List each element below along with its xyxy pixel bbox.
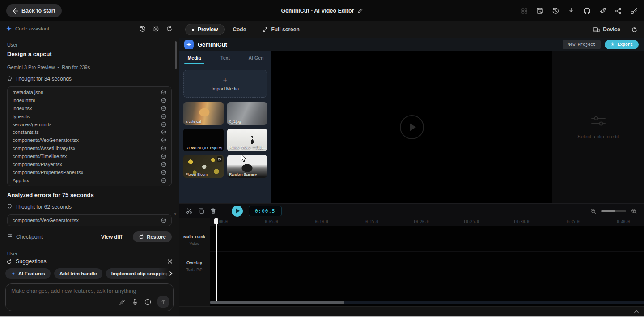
file-row[interactable]: index.html bbox=[8, 96, 171, 104]
file-row[interactable]: services/gemini.ts bbox=[8, 120, 171, 129]
assistant-header: Code assistant bbox=[0, 21, 179, 36]
export-button[interactable]: Export bbox=[605, 40, 639, 49]
media-item[interactable]: 0_1.jpg bbox=[227, 102, 267, 125]
save-icon[interactable] bbox=[536, 7, 543, 14]
suggestion-chip[interactable]: AI Features bbox=[5, 268, 51, 279]
checkpoint-label: Checkpoint bbox=[16, 234, 43, 240]
fullscreen-button[interactable]: Full screen bbox=[263, 26, 299, 33]
history-icon[interactable] bbox=[552, 7, 559, 14]
file-row[interactable]: metadata.json bbox=[8, 88, 171, 96]
check-circle-icon bbox=[161, 146, 166, 151]
duplicate-icon[interactable] bbox=[198, 208, 204, 214]
reset-chat-icon[interactable] bbox=[166, 26, 173, 32]
file-name: components/PropertiesPanel.tsx bbox=[13, 170, 83, 175]
check-circle-icon bbox=[161, 122, 166, 127]
zoom-in-icon[interactable] bbox=[631, 208, 637, 214]
player-play-button[interactable] bbox=[400, 115, 424, 139]
properties-panel: Select a clip to edit bbox=[552, 51, 644, 203]
mic-icon[interactable] bbox=[132, 299, 138, 305]
assistant-header-icons bbox=[139, 26, 173, 32]
new-project-button[interactable]: New Project bbox=[563, 40, 601, 49]
download-icon[interactable] bbox=[568, 7, 575, 14]
playhead-line[interactable] bbox=[216, 219, 217, 301]
file-row[interactable]: components/AssetLibrary.tsx bbox=[8, 144, 171, 152]
chat-scroll-area[interactable]: User Design a capcut Gemini 3 Pro Previe… bbox=[0, 36, 179, 255]
timeline-hscrollbar[interactable] bbox=[210, 301, 644, 304]
restore-button[interactable]: Restore bbox=[133, 231, 172, 242]
collapse-caret-icon[interactable]: ▾ bbox=[174, 212, 176, 216]
media-item[interactable]: a cute cat bbox=[183, 102, 224, 125]
back-to-start-button[interactable]: Back to start bbox=[6, 4, 62, 17]
timeline-hscrollbar-thumb[interactable] bbox=[210, 301, 344, 304]
api-key-icon[interactable] bbox=[630, 7, 638, 15]
suggestion-chip[interactable]: Add trim handle bbox=[54, 268, 102, 279]
zoom-out-icon[interactable] bbox=[590, 208, 596, 214]
window-toolbar bbox=[521, 7, 638, 15]
settings-gear-icon[interactable] bbox=[153, 26, 159, 32]
file-row[interactable]: constants.ts bbox=[8, 128, 171, 136]
file-name: constants.ts bbox=[13, 129, 39, 135]
collapse-panel-chevron-icon[interactable] bbox=[634, 310, 639, 313]
file-row[interactable]: App.tsx bbox=[8, 176, 171, 184]
track-headers: Main Track Video Overlay Text / PiP bbox=[179, 218, 210, 306]
file-row[interactable]: components/VeoGenerator.tsx bbox=[8, 136, 171, 144]
apps-icon[interactable] bbox=[521, 8, 528, 14]
send-button[interactable] bbox=[157, 296, 169, 308]
ruler-tick: 0:00.0 bbox=[213, 218, 263, 226]
deploy-rocket-icon[interactable] bbox=[599, 7, 606, 14]
media-tab[interactable]: Media bbox=[179, 51, 210, 64]
timeline-tracks-area[interactable]: 0:00.0 0:05.0 bbox=[210, 218, 644, 306]
media-tab[interactable]: Text bbox=[210, 51, 241, 64]
play-triangle-icon bbox=[410, 123, 416, 131]
project-title-text: GeminiCut - AI Video Editor bbox=[281, 8, 354, 14]
active-dot-icon bbox=[192, 29, 194, 31]
share-icon[interactable] bbox=[615, 8, 622, 14]
chips-scroll-right-icon[interactable] bbox=[168, 271, 174, 276]
file-row[interactable]: components/PropertiesPanel.tsx bbox=[8, 168, 171, 176]
media-item-label: a cute cat bbox=[186, 120, 222, 124]
divider bbox=[224, 207, 224, 214]
device-button[interactable]: Device bbox=[593, 26, 620, 33]
thought-summary-1[interactable]: Thought for 34 seconds bbox=[7, 76, 172, 82]
check-circle-icon bbox=[161, 106, 166, 111]
assistant-bottom: Suggestions AI Features bbox=[0, 255, 179, 316]
app-header-actions: New Project Export bbox=[563, 40, 639, 49]
playhead-handle[interactable] bbox=[214, 218, 218, 224]
file-row[interactable]: index.tsx bbox=[8, 104, 171, 112]
zoom-slider[interactable] bbox=[601, 210, 626, 212]
chat-scrollbar[interactable] bbox=[175, 41, 177, 69]
file-row[interactable]: components/Player.tsx bbox=[8, 160, 171, 168]
edited-files-list: components/VeoGenerator.tsx bbox=[7, 214, 172, 226]
time-ruler[interactable]: 0:00.0 0:05.0 bbox=[213, 218, 644, 226]
ruler-tick: 0:10.0 bbox=[314, 218, 364, 226]
delete-trash-icon[interactable] bbox=[210, 208, 216, 214]
media-tab[interactable]: AI Gen bbox=[241, 51, 271, 64]
add-icon[interactable] bbox=[144, 299, 151, 305]
import-media-dropzone[interactable]: + Import Media bbox=[183, 70, 267, 98]
media-item[interactable]: I7EtkkCsDQR_B9jH.mp4 bbox=[183, 129, 224, 151]
tab-preview[interactable]: Preview bbox=[185, 24, 225, 35]
view-diff-button[interactable]: View diff bbox=[101, 234, 122, 240]
model-name: Gemini 3 Pro Preview bbox=[7, 64, 55, 70]
media-item[interactable]: Random Scenery bbox=[227, 155, 267, 178]
tab-code[interactable]: Code bbox=[233, 26, 246, 33]
edit-sparkle-icon[interactable] bbox=[119, 299, 126, 305]
thought-summary-2[interactable]: Thought for 62 seconds bbox=[7, 204, 172, 210]
check-circle-icon bbox=[161, 137, 166, 143]
model-status-line: Gemini 3 Pro Preview • Ran for 239s bbox=[7, 64, 172, 70]
edit-title-icon[interactable] bbox=[358, 8, 363, 13]
chat-history-icon[interactable] bbox=[139, 26, 146, 32]
file-row[interactable]: types.ts bbox=[8, 112, 171, 120]
reload-preview-icon[interactable] bbox=[631, 26, 638, 33]
media-item[interactable]: Flower Bloom bbox=[183, 155, 224, 178]
file-row[interactable]: components/VeoGenerator.tsx bbox=[8, 216, 171, 224]
geminicut-app: GeminiCut New Project Export bbox=[179, 38, 644, 306]
run-duration: Ran for 239s bbox=[62, 64, 90, 70]
export-download-icon bbox=[610, 42, 615, 47]
file-row[interactable]: components/Timeline.tsx bbox=[8, 152, 171, 160]
cut-scissors-icon[interactable] bbox=[186, 208, 192, 214]
close-suggestions-icon[interactable] bbox=[167, 259, 173, 264]
timeline-play-button[interactable] bbox=[232, 206, 243, 217]
github-icon[interactable] bbox=[583, 7, 591, 15]
media-item[interactable]: Hailuo_Video_一只真... bbox=[227, 129, 267, 151]
